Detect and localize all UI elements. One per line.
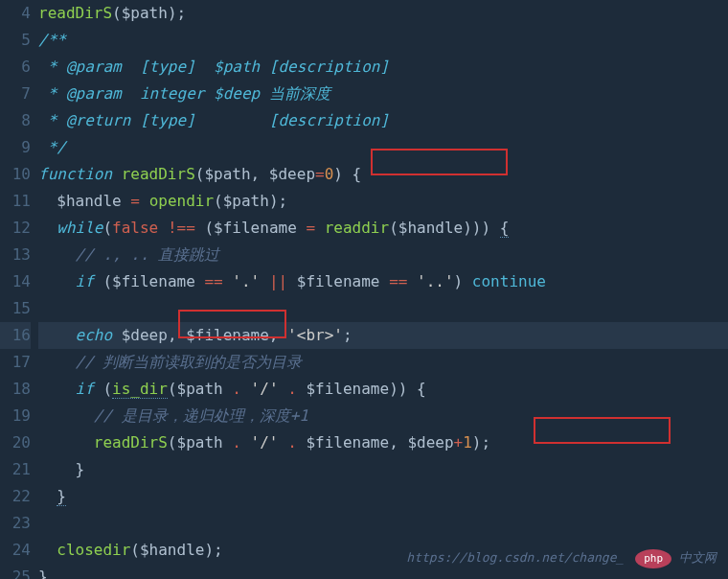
code-line[interactable]: if ($filename == '.' || $filename == '..…: [38, 268, 728, 295]
code-line[interactable]: function readDirS($path, $deep=0) {: [38, 161, 728, 188]
line-number: 9: [0, 134, 31, 161]
code-line[interactable]: [38, 295, 728, 322]
line-number: 11: [0, 188, 31, 215]
line-number: 17: [0, 349, 31, 376]
code-line[interactable]: }: [38, 456, 728, 483]
code-line[interactable]: readDirS($path);: [38, 0, 728, 27]
code-line[interactable]: }: [38, 483, 728, 510]
line-number: 24: [0, 537, 31, 564]
line-number: 5: [0, 27, 31, 54]
line-gutter: 4 5 6 7 8 9 10 11 12 13 14 15 16 17 18 1…: [0, 0, 38, 579]
line-number: 6: [0, 54, 31, 81]
code-line[interactable]: echo $deep, $filename, '<br>';: [38, 322, 728, 349]
line-number: 10: [0, 161, 31, 188]
code-line[interactable]: // 是目录，递归处理，深度+1: [38, 403, 728, 429]
php-badge: php: [635, 549, 671, 568]
line-number: 8: [0, 107, 31, 134]
code-line[interactable]: readDirS($path . '/' . $filename, $deep+…: [38, 429, 728, 456]
line-number: 7: [0, 81, 31, 107]
code-editor: 4 5 6 7 8 9 10 11 12 13 14 15 16 17 18 1…: [0, 0, 728, 579]
line-number: 22: [0, 483, 31, 510]
code-line[interactable]: $handle = opendir($path);: [38, 188, 728, 215]
code-line[interactable]: [38, 510, 728, 537]
code-line[interactable]: // 判断当前读取到的是否为目录: [38, 349, 728, 376]
code-line[interactable]: while(false !== ($filename = readdir($ha…: [38, 215, 728, 242]
code-area[interactable]: readDirS($path); /** * @param [type] $pa…: [38, 0, 728, 579]
watermark: https://blog.csdn.net/change_ php 中文网: [406, 544, 717, 571]
line-number: 16: [0, 322, 31, 349]
line-number: 12: [0, 215, 31, 242]
code-line[interactable]: * @param integer $deep 当前深度: [38, 81, 728, 107]
line-number: 20: [0, 429, 31, 456]
line-number: 19: [0, 403, 31, 429]
code-line[interactable]: * @param [type] $path [description]: [38, 54, 728, 81]
line-number: 23: [0, 510, 31, 537]
line-number: 14: [0, 268, 31, 295]
line-number: 21: [0, 456, 31, 483]
code-line[interactable]: * @return [type] [description]: [38, 107, 728, 134]
code-line[interactable]: // ., .. 直接跳过: [38, 242, 728, 268]
line-number: 4: [0, 0, 31, 27]
code-line[interactable]: /**: [38, 27, 728, 54]
code-line[interactable]: */: [38, 134, 728, 161]
code-line[interactable]: if (is_dir($path . '/' . $filename)) {: [38, 376, 728, 403]
line-number: 15: [0, 295, 31, 322]
line-number: 18: [0, 376, 31, 403]
line-number: 13: [0, 242, 31, 268]
line-number: 25: [0, 564, 31, 579]
